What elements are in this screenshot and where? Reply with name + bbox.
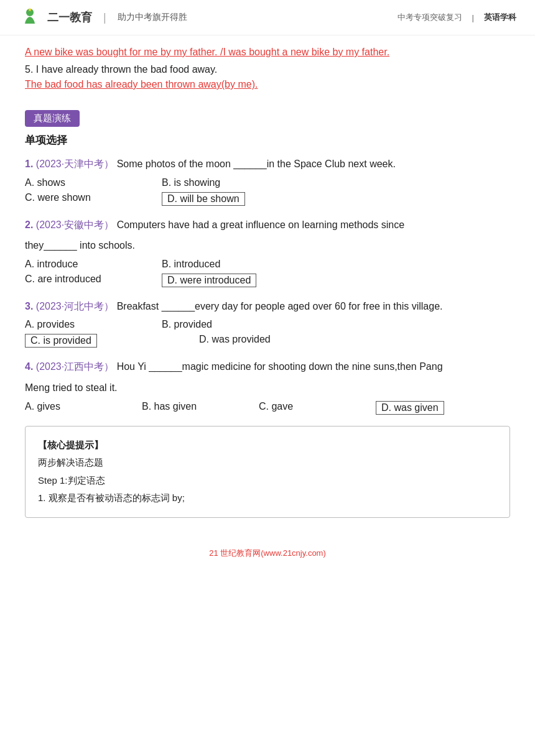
q4-optD-boxed: D. was given — [376, 401, 444, 415]
q3-optC: C. is provided — [25, 334, 124, 348]
header: 二一教育 | 助力中考旗开得胜 中考专项突破复习 | 英语学科 — [0, 0, 535, 35]
q3-optD: D. was provided — [199, 334, 299, 348]
brand-name: 二一教育 — [47, 10, 92, 25]
section-tag-label: 真题演练 — [25, 110, 80, 127]
header-sep: | — [472, 13, 474, 22]
q3-source: (2023·河北中考） — [36, 301, 114, 311]
answer-s3: The bad food has already been thrown awa… — [25, 79, 510, 90]
q1-options-row2: C. were shown D. will be shown — [25, 192, 510, 206]
q4-text: 4. (2023·江西中考） Hou Yi ______magic medici… — [25, 359, 510, 375]
q4-num: 4. — [25, 361, 33, 372]
question-4: 4. (2023·江西中考） Hou Yi ______magic medici… — [25, 359, 510, 414]
q2-text-line2: they______ into schools. — [25, 237, 510, 254]
q2-options-row2: C. are introduced D. were introduced — [25, 274, 510, 287]
q2-optD: D. were introduced — [162, 274, 261, 287]
q1-optD: D. will be shown — [162, 192, 261, 206]
slogan: 助力中考旗开得胜 — [118, 12, 187, 23]
sentence-s2: 5. I have already thrown the bad food aw… — [25, 64, 510, 75]
q2-body: Computers have had a great influence on … — [117, 219, 405, 230]
q3-optC-boxed: C. is provided — [25, 334, 97, 348]
q2-options-row1: A. introduce B. introduced — [25, 259, 510, 270]
q4-optC: C. gave — [259, 401, 358, 415]
subject-label: 英语学科 — [484, 12, 516, 23]
q4-source: (2023·江西中考） — [36, 361, 114, 372]
q2-source: (2023·安徽中考） — [36, 219, 114, 230]
footer: 21 世纪教育网(www.21cnjy.com) — [0, 548, 535, 566]
q3-body: Breakfast ______every day for people age… — [117, 301, 443, 311]
question-2: 2. (2023·安徽中考） Computers have had a grea… — [25, 217, 510, 287]
q3-options-row1: A. provides B. provided — [25, 319, 510, 330]
q3-num: 3. — [25, 301, 33, 311]
q4-optD: D. was given — [376, 401, 475, 415]
q1-optC: C. were shown — [25, 192, 124, 206]
q1-optB: B. is showing — [162, 177, 261, 188]
q2-optD-boxed: D. were introduced — [162, 274, 256, 287]
tip-line1: 两步解决语态题 — [38, 454, 497, 472]
q3-optA: A. provides — [25, 319, 124, 330]
review-label: 中考专项突破复习 — [398, 12, 462, 23]
footer-text: 21 世纪教育网(www.21cnjy.com) — [209, 548, 326, 558]
section-tag: 真题演练 — [25, 96, 510, 133]
question-3: 3. (2023·河北中考） Breakfast ______every day… — [25, 298, 510, 348]
q2-text: 2. (2023·安徽中考） Computers have had a grea… — [25, 217, 510, 233]
q1-options-row1: A. shows B. is showing — [25, 177, 510, 188]
q1-source: (2023·天津中考） — [36, 159, 114, 169]
content: A new bike was bought for me by my fathe… — [0, 35, 535, 537]
tip-box: 【核心提提示】 两步解决语态题 Step 1:判定语态 1. 观察是否有被动语态… — [25, 426, 510, 518]
q1-optA: A. shows — [25, 177, 124, 188]
q2-optB: B. introduced — [162, 259, 261, 270]
q2-optC: C. are introduced — [25, 274, 124, 287]
q3-text: 3. (2023·河北中考） Breakfast ______every day… — [25, 298, 510, 315]
q1-optD-boxed: D. will be shown — [162, 192, 245, 206]
logo-icon — [19, 6, 41, 29]
header-right: 中考专项突破复习 | 英语学科 — [398, 12, 516, 23]
header-left: 二一教育 | 助力中考旗开得胜 — [19, 6, 187, 29]
tip-line3: 1. 观察是否有被动语态的标志词 by; — [38, 489, 497, 507]
tip-title: 【核心提提示】 — [38, 436, 497, 454]
section-subtitle: 单项选择 — [25, 133, 510, 147]
q4-body: Hou Yi ______magic medicine for shooting… — [117, 361, 443, 372]
q1-text: 1. (2023·天津中考） Some photos of the moon _… — [25, 156, 510, 172]
q1-num: 1. — [25, 159, 33, 169]
q2-optA: A. introduce — [25, 259, 124, 270]
header-divider: | — [103, 11, 106, 24]
q3-optB: B. provided — [162, 319, 261, 330]
q4-options-row: A. gives B. has given C. gave D. was giv… — [25, 401, 510, 415]
q3-options-row2: C. is provided D. was provided — [25, 334, 510, 348]
q4-optA: A. gives — [25, 401, 124, 415]
answer-s1: A new bike was bought for me by my fathe… — [25, 47, 510, 58]
q4-text-line2: Meng tried to steal it. — [25, 380, 510, 396]
question-1: 1. (2023·天津中考） Some photos of the moon _… — [25, 156, 510, 206]
tip-line2: Step 1:判定语态 — [38, 472, 497, 490]
q1-body: Some photos of the moon ______in the Spa… — [117, 159, 396, 169]
q4-optB: B. has given — [142, 401, 241, 415]
q2-num: 2. — [25, 219, 33, 230]
